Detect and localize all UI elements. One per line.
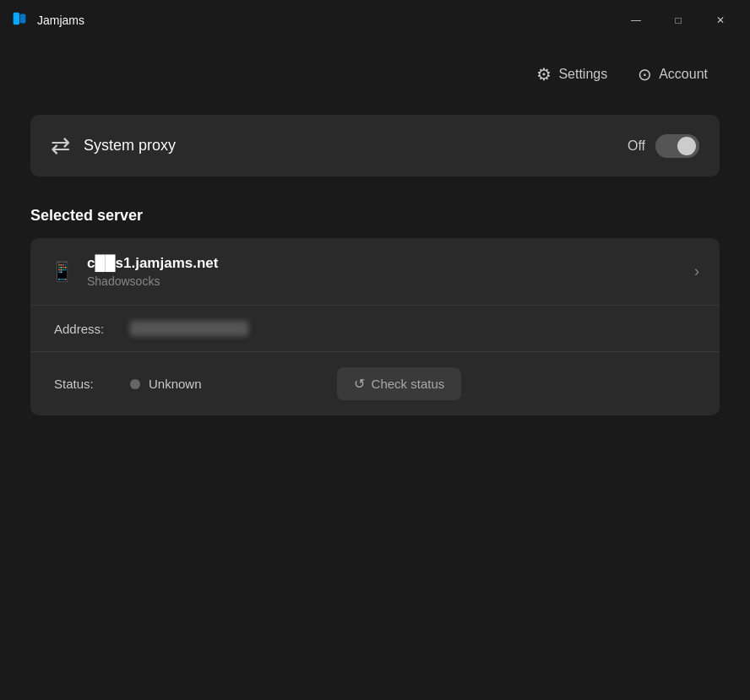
minimize-button[interactable]: — <box>617 7 655 34</box>
proxy-card: ⇄ System proxy Off <box>30 115 720 176</box>
server-card: 📱 c██s1.jamjams.net Shadowsocks › Addres… <box>30 238 720 415</box>
refresh-icon: ↺ <box>354 376 365 392</box>
proxy-left: ⇄ System proxy <box>51 132 176 160</box>
server-device-icon: 📱 <box>51 261 73 283</box>
chevron-right-icon: › <box>694 263 699 280</box>
proxy-label: System proxy <box>84 137 176 155</box>
settings-icon: ⚙ <box>536 64 552 84</box>
app-icon <box>10 9 29 31</box>
proxy-right: Off <box>628 134 699 158</box>
status-dot-icon <box>130 379 140 389</box>
status-text: Unknown <box>149 377 202 391</box>
main-content: ⚙ Settings ⊙ Account ⇄ System proxy Off … <box>0 41 750 432</box>
settings-label: Settings <box>558 67 607 82</box>
section-title: Selected server <box>30 207 720 225</box>
top-nav: ⚙ Settings ⊙ Account <box>30 57 720 91</box>
selected-server-section: Selected server 📱 c██s1.jamjams.net Shad… <box>30 207 720 415</box>
address-value-blurred <box>130 321 248 336</box>
title-bar-left: Jamjams <box>10 9 84 31</box>
check-status-label: Check status <box>372 377 445 391</box>
check-status-button[interactable]: ↺ Check status <box>337 367 462 400</box>
account-button[interactable]: ⊙ Account <box>626 57 720 91</box>
close-button[interactable]: ✕ <box>701 7 740 34</box>
proxy-toggle[interactable] <box>655 134 699 158</box>
app-title: Jamjams <box>37 14 84 27</box>
window-controls: — □ ✕ <box>617 7 740 34</box>
status-row: Status: Unknown ↺ Check status <box>30 352 720 415</box>
account-icon: ⊙ <box>638 64 652 84</box>
maximize-button[interactable]: □ <box>659 7 698 34</box>
toggle-knob <box>677 137 696 155</box>
proxy-status-text: Off <box>628 138 645 154</box>
status-info: Unknown ↺ Check status <box>130 367 461 400</box>
address-label: Address: <box>54 322 130 336</box>
server-name: c██s1.jamjams.net <box>87 255 218 272</box>
title-bar: Jamjams — □ ✕ <box>0 0 750 41</box>
account-label: Account <box>659 67 708 82</box>
server-info-left: 📱 c██s1.jamjams.net Shadowsocks <box>51 255 218 288</box>
proxy-icon: ⇄ <box>51 132 70 160</box>
address-row: Address: <box>30 306 720 352</box>
server-info: c██s1.jamjams.net Shadowsocks <box>87 255 218 288</box>
status-label: Status: <box>54 377 130 391</box>
server-protocol: Shadowsocks <box>87 274 218 288</box>
settings-button[interactable]: ⚙ Settings <box>524 57 619 91</box>
server-header-row[interactable]: 📱 c██s1.jamjams.net Shadowsocks › <box>30 238 720 306</box>
